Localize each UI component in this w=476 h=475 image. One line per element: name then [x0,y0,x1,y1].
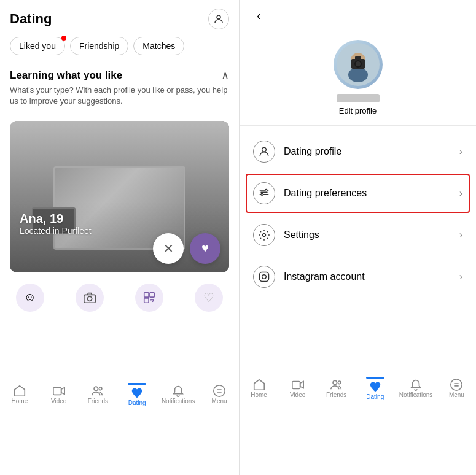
avatar-image [337,43,380,86]
nav-dating-right[interactable]: Dating [361,377,390,400]
nav-notifications-right[interactable]: Notifications [399,378,432,398]
nav-friends-left[interactable]: Friends [83,384,112,404]
svg-rect-21 [260,272,269,282]
menu-item-instagram[interactable]: Instagram account › [240,256,476,298]
svg-point-9 [214,385,225,396]
chevron-dating-preferences: › [459,188,462,199]
page-title: Dating [10,11,52,27]
profile-card[interactable]: Ana, 19 Located in Purfleet ✕ ♥ [10,121,229,272]
nav-friends-label-left: Friends [88,398,108,404]
avatar-name-bar [337,94,380,102]
nav-video-label-left: Video [51,398,66,404]
shortcut-heart[interactable]: ♡ [195,284,223,313]
nav-dating-label-right: Dating [366,393,384,400]
svg-point-15 [356,61,361,66]
settings-label: Settings [284,230,459,241]
like-button[interactable]: ♥ [190,233,220,264]
nav-notifications-label-right: Notifications [399,392,432,398]
svg-rect-24 [292,382,300,389]
right-panel: ‹ Edit profile [240,0,476,475]
notifications-icon-right [409,378,423,392]
svg-rect-4 [150,292,154,296]
shortcut-smiley-circle: ☺ [16,284,44,312]
menu-icon-left [213,384,226,398]
svg-point-20 [263,234,266,237]
svg-point-17 [262,147,267,152]
nav-video-left[interactable]: Video [44,384,74,404]
shortcut-camera[interactable] [76,284,104,313]
nav-home-right[interactable]: Home [244,378,274,398]
settings-icon [253,224,275,246]
instagram-menu-icon [258,271,270,283]
instagram-icon [253,266,275,288]
home-icon [13,384,26,398]
tab-liked-you[interactable]: Liked you [10,37,65,55]
notification-dot [61,36,66,41]
back-button[interactable]: ‹ [257,9,261,23]
right-profile-section: Edit profile [240,28,476,126]
nav-menu-right[interactable]: Menu [442,378,471,398]
right-header: ‹ [240,0,476,28]
tab-friendship[interactable]: Friendship [70,37,128,55]
svg-rect-1 [84,295,95,303]
friends-icon-right [330,378,343,392]
dating-preferences-label: Dating preferences [284,188,459,199]
svg-point-23 [267,274,268,275]
dating-icon-left [130,386,144,400]
chevron-instagram: › [459,271,462,282]
video-icon [52,384,66,398]
notifications-icon [171,384,185,398]
nav-video-label-right: Video [290,392,305,398]
menu-item-dating-profile[interactable]: Dating profile › [240,131,476,172]
nav-friends-label-right: Friends [326,392,346,398]
nav-video-right[interactable]: Video [283,378,313,398]
person-icon [213,14,224,25]
menu-item-dating-preferences[interactable]: Dating preferences › [246,174,470,213]
collapse-icon[interactable]: ∧ [221,69,229,82]
dating-active-bar-right [366,377,384,379]
dating-active-bar-left [128,383,146,385]
preferences-menu-icon [258,187,270,199]
shortcut-dating[interactable] [135,284,163,313]
dismiss-button[interactable]: ✕ [153,233,184,264]
svg-point-19 [261,193,263,195]
bottom-nav-left: Home Video Friends Dating Notifications [0,315,239,475]
menu-items: Dating profile › Dating preferences › [240,126,476,303]
svg-rect-5 [144,298,149,303]
shortcut-icons-row: ☺ [0,279,239,315]
card-actions: ✕ ♥ [153,233,220,264]
left-panel: Dating Liked you Friendship Matches [0,0,240,475]
chevron-dating-profile: › [459,146,462,157]
svg-point-11 [348,68,368,82]
bottom-nav-right: Home Video Friends Dating Notifications [240,303,476,475]
svg-point-7 [94,387,98,390]
card-area: Ana, 19 Located in Purfleet ✕ ♥ [0,112,239,278]
home-icon-right [252,378,266,392]
instagram-label: Instagram account [284,271,459,282]
tab-matches[interactable]: Matches [133,37,184,55]
nav-friends-right[interactable]: Friends [322,378,351,398]
edit-profile-label[interactable]: Edit profile [339,106,377,115]
svg-point-0 [217,15,220,19]
nav-menu-left[interactable]: Menu [205,384,234,404]
nav-dating-left[interactable]: Dating [122,383,152,406]
learn-description: What's your type? With each profile you … [10,85,229,107]
filter-tabs: Liked you Friendship Matches [0,34,239,63]
nav-dating-label-left: Dating [128,400,146,406]
svg-point-18 [265,189,267,191]
menu-item-settings[interactable]: Settings › [240,214,476,256]
menu-icon-right [450,378,463,392]
avatar [334,40,383,89]
dating-profile-icon [253,141,275,163]
friends-icon [91,384,104,398]
nav-notifications-left[interactable]: Notifications [162,384,195,404]
dating-profile-label: Dating profile [284,146,459,157]
shortcut-smiley[interactable]: ☺ [16,284,44,313]
dating-icon-right [369,380,382,393]
profile-icon-button[interactable] [208,9,229,29]
shortcut-dating-circle [135,284,163,312]
shortcut-camera-circle [76,284,104,312]
dating-preferences-icon [253,182,275,204]
gear-icon [258,229,270,241]
nav-home-left[interactable]: Home [5,384,34,404]
